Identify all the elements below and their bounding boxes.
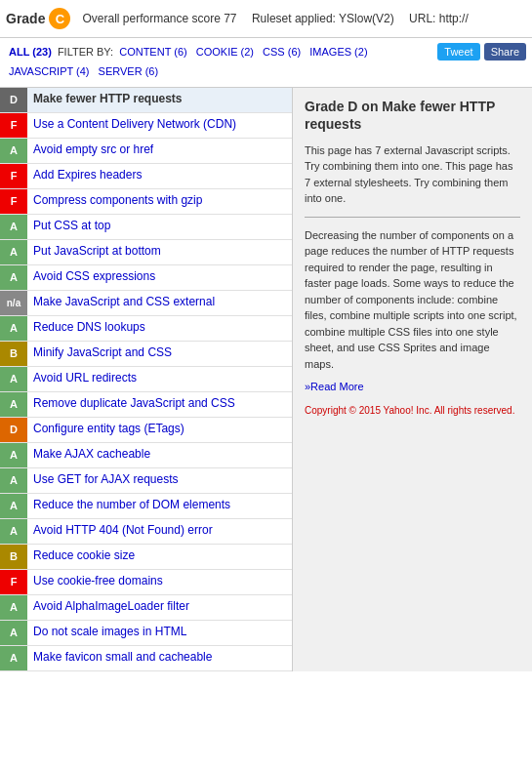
filter-bar: Tweet Share ALL (23) FILTER BY: CONTENT … <box>0 38 532 88</box>
rule-row[interactable]: DMake fewer HTTP requests <box>0 88 292 113</box>
rule-row[interactable]: APut CSS at top <box>0 215 292 240</box>
grade-cell: A <box>0 494 27 518</box>
all-filter-link[interactable]: ALL (23) <box>9 46 52 58</box>
rule-text: Add Expires headers <box>27 164 292 187</box>
rule-row[interactable]: AAvoid empty src or href <box>0 139 292 164</box>
grade-cell: F <box>0 113 27 138</box>
tweet-label: Tweet <box>444 46 472 58</box>
url-text: URL: http:// <box>409 12 469 25</box>
javascript-filter[interactable]: JAVASCRIPT (4) <box>9 65 90 77</box>
rule-text: Remove duplicate JavaScript and CSS <box>27 392 292 416</box>
ruleset-text: Ruleset applied: YSlow(V2) <box>252 12 394 25</box>
rule-text: Avoid AlphaImageLoader filter <box>27 595 292 619</box>
rule-row[interactable]: FAdd Expires headers <box>0 164 292 189</box>
rule-row[interactable]: FUse cookie-free domains <box>0 570 292 595</box>
grade-cell: B <box>0 342 27 366</box>
grade-cell: A <box>0 595 27 620</box>
rule-text: Make AJAX cacheable <box>27 443 292 466</box>
rule-row[interactable]: AMake AJAX cacheable <box>0 443 292 468</box>
grade-cell: D <box>0 418 27 442</box>
rule-text: Use GET for AJAX requests <box>27 468 292 492</box>
rule-row[interactable]: APut JavaScript at bottom <box>0 240 292 265</box>
copyright: Copyright © 2015 Yahoo! Inc. All rights … <box>305 405 520 416</box>
rule-row[interactable]: AUse GET for AJAX requests <box>0 468 292 494</box>
grade-cell: A <box>0 468 27 493</box>
rule-text: Use a Content Delivery Network (CDN) <box>27 113 292 137</box>
score-text: Overall performance score 77 <box>82 12 236 25</box>
grade-cell: A <box>0 392 27 417</box>
grade-cell: D <box>0 88 27 112</box>
rule-row[interactable]: AAvoid URL redirects <box>0 367 292 392</box>
rule-text: Put JavaScript at bottom <box>27 240 292 263</box>
rule-text: Make fewer HTTP requests <box>27 88 292 111</box>
grade-cell: n/a <box>0 291 27 315</box>
grade-label: Grade <box>6 11 45 26</box>
detail-para2: Decreasing the number of components on a… <box>305 227 520 373</box>
rule-text: Avoid URL redirects <box>27 367 292 390</box>
grade-cell: A <box>0 265 27 290</box>
rule-row[interactable]: ADo not scale images in HTML <box>0 621 292 646</box>
grade-cell: A <box>0 646 27 670</box>
rule-row[interactable]: AReduce the number of DOM elements <box>0 494 292 519</box>
rule-row[interactable]: BReduce cookie size <box>0 545 292 570</box>
server-filter[interactable]: SERVER (6) <box>99 65 159 77</box>
read-more-link[interactable]: »Read More <box>305 381 364 392</box>
all-filter[interactable]: ALL (23) <box>6 46 58 58</box>
rule-text: Reduce the number of DOM elements <box>27 494 292 517</box>
rule-text: Make favicon small and cacheable <box>27 646 292 669</box>
header: Grade C Overall performance score 77 Rul… <box>0 0 532 38</box>
rule-text: Configure entity tags (ETags) <box>27 418 292 441</box>
rule-row[interactable]: DConfigure entity tags (ETags) <box>0 418 292 443</box>
rule-text: Make JavaScript and CSS external <box>27 291 292 314</box>
grade-cell: A <box>0 316 27 341</box>
filter-by-label: FILTER BY: <box>58 46 113 58</box>
content-filter[interactable]: CONTENT (6) <box>119 46 186 58</box>
grade-cell: F <box>0 189 27 214</box>
images-filter[interactable]: IMAGES (2) <box>309 46 367 58</box>
rule-text: Reduce cookie size <box>27 545 292 568</box>
tweet-button[interactable]: Tweet <box>437 43 479 61</box>
grade-cell: A <box>0 367 27 391</box>
main-content: DMake fewer HTTP requestsFUse a Content … <box>0 88 532 671</box>
detail-title: Grade D on Make fewer HTTP requests <box>305 98 520 133</box>
divider <box>305 217 520 218</box>
rule-row[interactable]: AAvoid CSS expressions <box>0 265 292 291</box>
rule-text: Reduce DNS lookups <box>27 316 292 340</box>
grade-circle: C <box>49 8 70 29</box>
grade-cell: A <box>0 621 27 645</box>
rule-text: Use cookie-free domains <box>27 570 292 593</box>
rule-text: Avoid CSS expressions <box>27 265 292 289</box>
rule-text: Minify JavaScript and CSS <box>27 342 292 365</box>
grade-cell: A <box>0 443 27 467</box>
rules-list: DMake fewer HTTP requestsFUse a Content … <box>0 88 293 671</box>
rule-row[interactable]: BMinify JavaScript and CSS <box>0 342 292 367</box>
rule-text: Avoid empty src or href <box>27 139 292 162</box>
rule-text: Compress components with gzip <box>27 189 292 213</box>
grade-cell: A <box>0 139 27 163</box>
rule-row[interactable]: AMake favicon small and cacheable <box>0 646 292 671</box>
css-filter[interactable]: CSS (6) <box>263 46 301 58</box>
grade-cell: B <box>0 545 27 569</box>
grade-cell: A <box>0 519 27 544</box>
cookie-filter[interactable]: COOKIE (2) <box>196 46 254 58</box>
detail-panel: Grade D on Make fewer HTTP requests This… <box>293 88 532 671</box>
rule-row[interactable]: AAvoid AlphaImageLoader filter <box>0 595 292 621</box>
social-buttons: Tweet Share <box>437 43 526 61</box>
share-label: Share <box>491 46 519 58</box>
rule-row[interactable]: n/aMake JavaScript and CSS external <box>0 291 292 316</box>
grade-cell: F <box>0 164 27 188</box>
share-button[interactable]: Share <box>484 43 526 61</box>
rule-text: Avoid HTTP 404 (Not Found) error <box>27 519 292 543</box>
rule-row[interactable]: FUse a Content Delivery Network (CDN) <box>0 113 292 139</box>
detail-para1: This page has 7 external Javascript scri… <box>305 142 520 207</box>
rule-row[interactable]: FCompress components with gzip <box>0 189 292 215</box>
rule-text: Do not scale images in HTML <box>27 621 292 644</box>
rule-row[interactable]: ARemove duplicate JavaScript and CSS <box>0 392 292 418</box>
rule-row[interactable]: AAvoid HTTP 404 (Not Found) error <box>0 519 292 545</box>
rule-text: Put CSS at top <box>27 215 292 238</box>
header-info: Overall performance score 77 Ruleset app… <box>82 12 479 25</box>
grade-cell: F <box>0 570 27 594</box>
grade-cell: A <box>0 240 27 264</box>
grade-cell: A <box>0 215 27 239</box>
rule-row[interactable]: AReduce DNS lookups <box>0 316 292 342</box>
